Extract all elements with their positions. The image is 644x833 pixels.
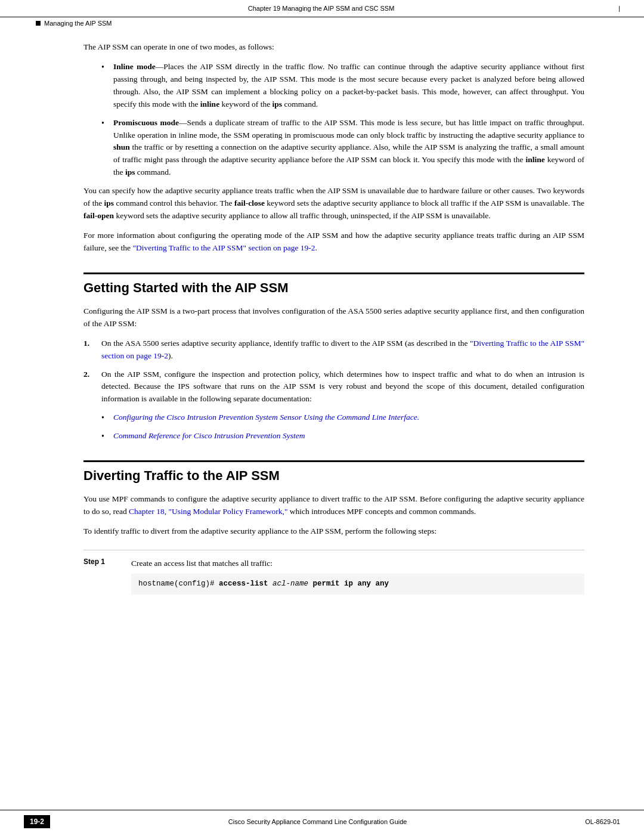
sub-bullet-2: Command Reference for Cisco Intrusion Pr… <box>101 430 584 442</box>
inline-mode-term: Inline mode <box>113 62 156 71</box>
step1-text: Create an access list that matches all t… <box>131 559 273 568</box>
ips-keyword-1: ips <box>273 100 283 109</box>
section2-heading: Diverting Traffic to the AIP SSM <box>83 460 584 484</box>
top-header: Chapter 19 Managing the AIP SSM and CSC … <box>0 0 644 17</box>
step1-label: Step 1 <box>83 558 119 566</box>
sub-bullets-list: Configuring the Cisco Intrusion Preventi… <box>101 411 584 442</box>
code-normal-1: hostname(config)# <box>138 580 219 588</box>
step1-container: Step 1 Create an access list that matche… <box>83 550 584 594</box>
p2-ips-keyword: ips <box>104 199 114 208</box>
step-content-2: On the AIP SSM, configure the inspection… <box>101 368 584 406</box>
s2p1-text2: which introduces MPF concepts and common… <box>287 507 476 516</box>
step1-content: Create an access list that matches all t… <box>131 558 584 594</box>
inline-mode-text1: Places the AIP SSM directly in the traff… <box>113 62 584 109</box>
step-content-1: On the ASA 5500 series adaptive security… <box>101 337 584 363</box>
sub-header: Managing the AIP SSM <box>0 17 644 29</box>
fail-close-keyword: fail-close <box>234 199 265 208</box>
promiscuous-em-dash: — <box>179 118 187 127</box>
inline-mode-item: Inline mode—Places the AIP SSM directly … <box>101 61 584 111</box>
step-num-2: 2. <box>83 368 101 406</box>
p2-text4: keyword sets the adaptive security appli… <box>114 211 491 220</box>
page-container: Chapter 19 Managing the AIP SSM and CSC … <box>0 0 644 833</box>
inline-mode-text3: command. <box>282 100 318 109</box>
intro-paragraph: The AIP SSM can operate in one of two mo… <box>83 41 584 54</box>
promiscuous-mode-text4: command. <box>135 168 171 176</box>
sub-header-section: Managing the AIP SSM <box>36 20 112 27</box>
inline-keyword: inline <box>200 100 219 109</box>
step-item-1: 1. On the ASA 5500 series adaptive secur… <box>83 337 584 363</box>
step-num-1: 1. <box>83 337 101 363</box>
promiscuous-mode-term: Promiscuous mode <box>113 118 179 127</box>
ips-keyword-2: ips <box>125 168 135 176</box>
page-number-box: 19-2 <box>24 815 50 828</box>
inline-keyword-2: inline <box>525 155 544 164</box>
paragraph3: For more information about configuring t… <box>83 230 584 255</box>
main-content: The AIP SSM can operate in one of two mo… <box>0 29 644 833</box>
step1-code-block: hostname(config)# access-list acl-name p… <box>131 574 584 594</box>
p3-text2: . <box>315 243 317 252</box>
p2-text2: command control this behavior. The <box>114 199 234 208</box>
code-bold-2: permit ip any any <box>313 580 389 588</box>
section-bullet <box>36 21 41 26</box>
promiscuous-mode-item: Promiscuous mode—Sends a duplicate strea… <box>101 117 584 179</box>
shun-keyword: shun <box>113 143 130 151</box>
section1-intro: Configuring the AIP SSM is a two-part pr… <box>83 305 584 330</box>
command-reference-link[interactable]: Command Reference for Cisco Intrusion Pr… <box>113 431 305 440</box>
paragraph2: You can specify how the adaptive securit… <box>83 185 584 222</box>
fail-open-keyword: fail-open <box>83 211 114 220</box>
inline-mode-text2: keyword of the <box>219 100 272 109</box>
section1-steps: 1. On the ASA 5500 series adaptive secur… <box>83 337 584 406</box>
step1-row: Step 1 Create an access list that matche… <box>83 558 584 594</box>
footer-center-text: Cisco Security Appliance Command Line Co… <box>50 818 585 825</box>
section2-para1: You use MPF commands to configure the ad… <box>83 493 584 518</box>
section2-para2: To identify traffic to divert from the a… <box>83 525 584 538</box>
header-right: | <box>618 5 620 12</box>
step1-link[interactable]: "Diverting Traffic to the AIP SSM" secti… <box>101 339 584 360</box>
diverting-traffic-link[interactable]: "Diverting Traffic to the AIP SSM" secti… <box>132 243 315 252</box>
inline-em-dash: — <box>156 62 164 71</box>
chapter18-link[interactable]: Chapter 18, "Using Modular Policy Framew… <box>129 507 287 516</box>
bottom-footer: 19-2 Cisco Security Appliance Command Li… <box>0 810 644 833</box>
step-item-2: 2. On the AIP SSM, configure the inspect… <box>83 368 584 406</box>
section-label: Managing the AIP SSM <box>44 20 112 27</box>
code-normal-2: acl-name <box>268 580 313 588</box>
sub-bullet-1: Configuring the Cisco Intrusion Preventi… <box>101 411 584 424</box>
modes-list: Inline mode—Places the AIP SSM directly … <box>101 61 584 179</box>
configuring-link[interactable]: Configuring the Cisco Intrusion Preventi… <box>113 413 419 422</box>
section1-heading: Getting Started with the AIP SSM <box>83 272 584 296</box>
p2-text3: keyword sets the adaptive security appli… <box>265 199 584 208</box>
code-bold-1: access-list <box>219 580 268 588</box>
promiscuous-mode-text2: the traffic or by resetting a connection… <box>113 143 584 164</box>
header-center: Chapter 19 Managing the AIP SSM and CSC … <box>24 5 618 12</box>
footer-right-text: OL-8629-01 <box>585 818 620 825</box>
